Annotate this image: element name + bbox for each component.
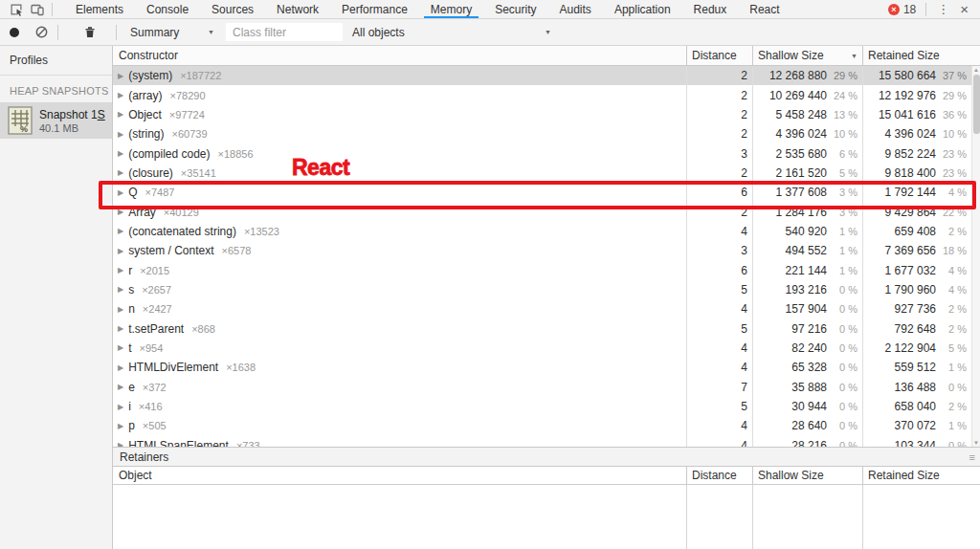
table-row[interactable]: ▶t×954482 2400 %2 122 9045 % <box>113 339 980 358</box>
column-header-constructor[interactable]: Constructor <box>113 49 686 62</box>
size-percent: 0 % <box>827 401 862 412</box>
record-heap-snapshot-icon[interactable] <box>10 28 19 37</box>
column-header-shallow-size[interactable]: Shallow Size <box>752 467 862 484</box>
distance-cell: 6 <box>686 260 752 279</box>
clear-icon[interactable] <box>35 26 48 38</box>
shallow-size-cell: 157 9040 % <box>752 299 862 318</box>
retainers-section-bar[interactable]: Retainers ≡ <box>113 447 980 467</box>
table-row[interactable]: ▶(array)×78290210 269 44024 %12 192 9762… <box>113 85 980 104</box>
expand-arrow-icon[interactable]: ▶ <box>118 305 123 314</box>
column-header-distance[interactable]: Distance <box>686 46 752 65</box>
instance-count: ×6578 <box>222 245 252 256</box>
constructor-name: p <box>128 419 135 432</box>
instance-count: ×40129 <box>164 207 199 218</box>
constructor-name: (string) <box>128 127 164 141</box>
sidebar-item-snapshot-1[interactable]: % Snapshot 1S 40.1 MB <box>0 102 112 139</box>
size-value: 370 072 <box>863 419 936 432</box>
scroll-down-icon[interactable]: ▼ <box>973 439 979 447</box>
table-row[interactable]: ▶t.setParent×868597 2160 %792 6482 % <box>113 318 980 338</box>
expand-arrow-icon[interactable]: ▶ <box>118 266 123 274</box>
objects-filter-select[interactable]: All objects ▼ <box>352 26 551 39</box>
constructor-cell: ▶(string)×60739 <box>113 124 686 143</box>
expand-arrow-icon[interactable]: ▶ <box>118 72 123 80</box>
table-row[interactable]: ▶e×372735 8880 %136 4880 % <box>113 378 980 397</box>
table-row[interactable]: ▶system / Context×65783494 5521 %7 369 6… <box>113 241 980 260</box>
tab-react[interactable]: React <box>743 0 786 18</box>
table-row[interactable]: ▶i×416530 9440 %658 0402 % <box>113 397 980 416</box>
expand-arrow-icon[interactable]: ▶ <box>118 324 123 333</box>
tab-security[interactable]: Security <box>488 0 543 18</box>
tab-redux[interactable]: Redux <box>687 0 734 18</box>
splitter-handle-icon[interactable]: ≡ <box>969 451 975 463</box>
tab-memory[interactable]: Memory <box>424 0 479 18</box>
close-icon[interactable]: × <box>956 1 972 17</box>
table-row[interactable]: ▶Q×748761 377 6083 %1 792 1444 % <box>113 183 980 202</box>
column-header-object[interactable]: Object <box>113 469 686 482</box>
distance-cell: 2 <box>686 105 752 124</box>
expand-arrow-icon[interactable]: ▶ <box>118 343 123 352</box>
table-row[interactable]: ▶HTMLDivElement×1638465 3280 %559 5121 % <box>113 358 980 377</box>
table-row[interactable]: ▶s×26575193 2160 %1 790 9604 % <box>113 280 980 299</box>
more-options-icon[interactable]: ⋮ <box>930 2 956 16</box>
tab-elements[interactable]: Elements <box>69 0 130 18</box>
save-link[interactable]: S <box>98 108 105 121</box>
size-value: 1 790 960 <box>863 283 936 296</box>
expand-arrow-icon[interactable]: ▶ <box>118 91 123 99</box>
expand-arrow-icon[interactable]: ▶ <box>118 110 123 119</box>
expand-arrow-icon[interactable]: ▶ <box>118 422 123 430</box>
expand-arrow-icon[interactable]: ▶ <box>118 285 123 294</box>
tab-performance[interactable]: Performance <box>335 0 414 18</box>
device-toolbar-icon[interactable] <box>27 1 48 18</box>
constructor-cell: ▶(system)×187722 <box>113 66 686 85</box>
table-row[interactable]: ▶(system)×187722212 268 88029 %15 580 66… <box>113 66 980 85</box>
expand-arrow-icon[interactable]: ▶ <box>118 383 123 391</box>
expand-arrow-icon[interactable]: ▶ <box>118 168 123 177</box>
expand-arrow-icon[interactable]: ▶ <box>118 208 123 216</box>
table-row[interactable]: ▶HTMLSpanElement×733428 2160 %103 3440 % <box>113 436 980 447</box>
expand-arrow-icon[interactable]: ▶ <box>118 403 123 411</box>
retained-size-cell: 9 818 40023 % <box>862 164 971 183</box>
class-filter-input[interactable] <box>226 23 343 41</box>
size-value: 1 284 176 <box>753 206 827 219</box>
expand-arrow-icon[interactable]: ▶ <box>118 227 123 235</box>
table-row[interactable]: ▶(closure)×3514122 161 5205 %9 818 40023… <box>113 164 980 183</box>
vertical-scrollbar[interactable]: ▲ ▼ <box>971 66 980 447</box>
tab-sources[interactable]: Sources <box>205 0 260 18</box>
inspect-element-icon[interactable] <box>6 1 27 18</box>
size-value: 65 328 <box>753 361 827 374</box>
delete-snapshot-icon[interactable] <box>84 26 96 38</box>
distance-cell: 2 <box>686 124 752 143</box>
expand-arrow-icon[interactable]: ▶ <box>118 441 123 447</box>
expand-arrow-icon[interactable]: ▶ <box>118 363 123 372</box>
table-row[interactable]: ▶r×20156221 1441 %1 677 0324 % <box>113 260 980 279</box>
tab-application[interactable]: Application <box>608 0 678 18</box>
scroll-up-icon[interactable]: ▲ <box>973 66 979 74</box>
size-percent: 4 % <box>936 284 971 296</box>
retained-size-cell: 15 041 61636 % <box>862 105 971 124</box>
size-percent: 24 % <box>827 90 862 101</box>
table-row[interactable]: ▶p×505428 6400 %370 0721 % <box>113 416 980 435</box>
scrollbar-thumb[interactable] <box>973 75 980 134</box>
size-percent: 3 % <box>827 187 862 198</box>
tab-network[interactable]: Network <box>270 0 325 18</box>
expand-arrow-icon[interactable]: ▶ <box>118 149 123 158</box>
tab-console[interactable]: Console <box>140 0 195 18</box>
table-row[interactable]: ▶Array×4012921 284 1763 %9 429 86422 % <box>113 202 980 221</box>
column-header-shallow-size[interactable]: Shallow Size ▼ <box>752 46 862 65</box>
column-header-retained-size[interactable]: Retained Size <box>862 467 980 484</box>
table-row[interactable]: ▶(string)×6073924 396 02410 %4 396 02410… <box>113 124 980 143</box>
perspective-select[interactable]: Summary ▼ <box>130 26 214 39</box>
constructor-cell: ▶Q×7487 <box>113 183 686 202</box>
error-badge[interactable]: × 18 <box>888 3 916 16</box>
constructor-cell: ▶t×954 <box>113 339 686 358</box>
table-row[interactable]: ▶(compiled code)×1885632 535 6806 %9 852… <box>113 143 980 163</box>
table-row[interactable]: ▶n×24274157 9040 %927 7362 % <box>113 299 980 318</box>
expand-arrow-icon[interactable]: ▶ <box>118 188 123 197</box>
table-row[interactable]: ▶(concatenated string)×135234540 9201 %6… <box>113 222 980 241</box>
table-row[interactable]: ▶Object×9772425 458 24813 %15 041 61636 … <box>113 105 980 124</box>
expand-arrow-icon[interactable]: ▶ <box>118 130 123 139</box>
column-header-distance[interactable]: Distance <box>686 467 752 484</box>
tab-audits[interactable]: Audits <box>553 0 598 18</box>
column-header-retained-size[interactable]: Retained Size <box>862 46 980 65</box>
expand-arrow-icon[interactable]: ▶ <box>118 247 123 255</box>
